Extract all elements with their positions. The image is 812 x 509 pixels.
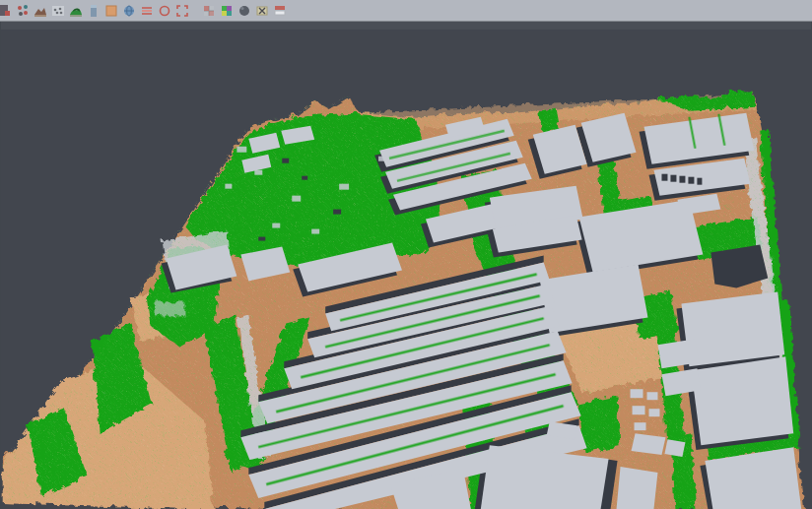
3d-viewport[interactable] <box>0 22 812 509</box>
application-window <box>0 0 812 509</box>
profile-section-tool-icon[interactable] <box>86 3 102 19</box>
viewport-top-strip <box>1 22 811 30</box>
building-roof <box>691 356 793 445</box>
sphere-render-tool-icon[interactable] <box>237 3 252 19</box>
globe-view-tool-icon[interactable] <box>121 3 137 19</box>
ortho-tile-tool-icon[interactable] <box>103 3 119 19</box>
terrain-model-tool-icon[interactable] <box>33 3 48 19</box>
point-cloud-canvas[interactable] <box>0 22 812 509</box>
pick-points-tool-icon[interactable] <box>15 3 31 19</box>
remove-rows-tool-icon[interactable] <box>272 3 288 19</box>
vegetation-classify-tool-icon[interactable] <box>68 3 84 19</box>
toolbar <box>0 0 812 22</box>
classification-colors-tool-icon[interactable] <box>219 3 235 19</box>
building-roof <box>617 467 658 509</box>
point-sampling-tool-icon[interactable] <box>50 3 66 19</box>
circle-selection-tool-icon[interactable] <box>157 3 172 19</box>
raster-grid-tool-icon[interactable] <box>201 3 217 19</box>
zoom-extents-tool-icon[interactable] <box>174 3 190 19</box>
select-tool-icon[interactable] <box>0 3 13 19</box>
layer-stack-tool-icon[interactable] <box>139 3 155 19</box>
delete-table-tool-icon[interactable] <box>254 3 270 19</box>
building-roof <box>664 439 685 457</box>
toolbar-separator <box>191 3 200 19</box>
